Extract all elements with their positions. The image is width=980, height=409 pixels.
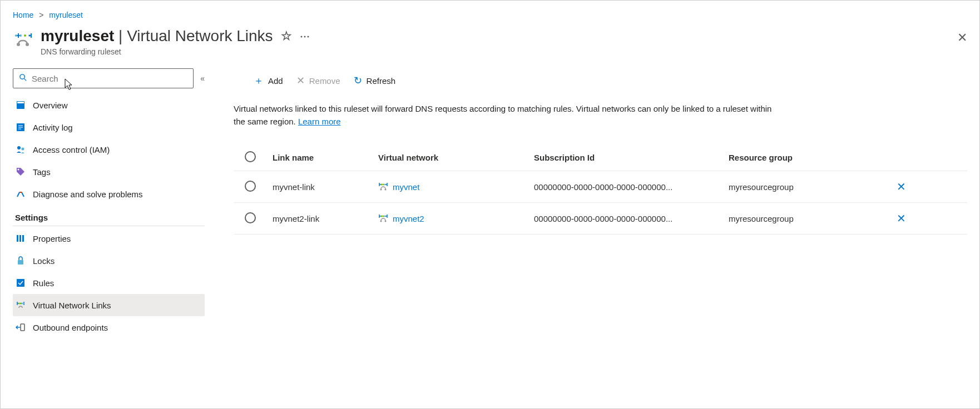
svg-point-26 xyxy=(381,184,383,186)
more-actions-button[interactable]: ⋯ xyxy=(300,30,310,42)
svg-point-1 xyxy=(19,34,22,37)
sidebar-item-tags[interactable]: Tags xyxy=(13,161,205,183)
vnet-name: myvnet xyxy=(393,182,419,192)
sidebar-item-label: Rules xyxy=(33,278,54,288)
page-title: myruleset | Virtual Network Links ☆ ⋯ xyxy=(41,27,967,45)
breadcrumb-resource[interactable]: myruleset xyxy=(49,11,83,19)
properties-icon xyxy=(15,233,26,244)
vnet-links-icon xyxy=(15,300,26,311)
svg-point-14 xyxy=(17,146,21,149)
toolbar-btn-label: Add xyxy=(268,76,283,86)
table-row: myvnet-link myvnet 00000000-0000-0000-00… xyxy=(234,171,967,203)
svg-rect-9 xyxy=(17,102,24,103)
sidebar-item-label: Locks xyxy=(33,256,55,266)
diagnose-icon xyxy=(15,188,26,199)
svg-point-6 xyxy=(20,74,24,79)
vnet-links-table: Link name Virtual network Subscription I… xyxy=(234,144,967,235)
sidebar-item-vnet-links[interactable]: Virtual Network Links xyxy=(13,294,205,316)
remove-button: ✕ Remove xyxy=(296,74,340,87)
svg-rect-17 xyxy=(17,235,18,242)
breadcrumb: Home > myruleset xyxy=(13,11,967,19)
blade-title: Virtual Network Links xyxy=(127,27,273,44)
sidebar-item-outbound-endpoints[interactable]: Outbound endpoints xyxy=(13,316,205,338)
cell-subscription: 00000000-0000-0000-0000-000000... xyxy=(534,214,729,223)
col-header-sub[interactable]: Subscription Id xyxy=(534,153,729,162)
vnet-link[interactable]: myvnet2 xyxy=(378,213,534,223)
sidebar-item-label: Activity log xyxy=(33,123,73,132)
svg-point-5 xyxy=(26,43,29,46)
svg-point-27 xyxy=(383,184,384,186)
toolbar: ＋ Add ✕ Remove ↻ Refresh xyxy=(234,74,967,87)
svg-point-30 xyxy=(385,189,387,191)
sidebar-item-access-control[interactable]: Access control (IAM) xyxy=(13,138,205,161)
refresh-icon: ↻ xyxy=(354,74,362,87)
sidebar-search[interactable] xyxy=(13,68,194,88)
svg-rect-20 xyxy=(18,260,23,265)
delete-row-button[interactable]: ✕ xyxy=(897,181,906,193)
close-button[interactable]: ✕ xyxy=(957,31,967,45)
svg-point-32 xyxy=(383,216,384,217)
col-header-vnet[interactable]: Virtual network xyxy=(378,153,534,162)
sidebar: « Overview Activity log Access control (… xyxy=(13,68,205,338)
svg-point-31 xyxy=(381,216,383,217)
sidebar-item-rules[interactable]: Rules xyxy=(13,272,205,294)
cell-link-name: myvnet2-link xyxy=(273,214,378,223)
refresh-button[interactable]: ↻ Refresh xyxy=(354,74,396,87)
favorite-star-icon[interactable]: ☆ xyxy=(281,29,292,43)
x-icon: ✕ xyxy=(296,74,305,87)
col-header-link[interactable]: Link name xyxy=(273,153,378,162)
breadcrumb-home[interactable]: Home xyxy=(13,11,33,19)
toolbar-btn-label: Refresh xyxy=(367,76,396,86)
resource-type-subtitle: DNS forwarding ruleset xyxy=(41,47,967,56)
search-icon xyxy=(19,73,27,83)
svg-point-33 xyxy=(384,216,386,217)
svg-line-7 xyxy=(24,78,26,81)
toolbar-btn-label: Remove xyxy=(309,76,340,86)
add-button[interactable]: ＋ Add xyxy=(254,74,283,87)
svg-rect-19 xyxy=(22,235,24,242)
sidebar-item-label: Outbound endpoints xyxy=(33,323,108,332)
vnet-name: myvnet2 xyxy=(393,214,424,223)
resource-icon xyxy=(13,27,33,52)
delete-row-button[interactable]: ✕ xyxy=(897,212,906,225)
vnet-link[interactable]: myvnet xyxy=(378,182,534,192)
svg-point-2 xyxy=(24,34,26,37)
rules-icon xyxy=(15,277,26,288)
iam-icon xyxy=(15,144,26,155)
activity-log-icon xyxy=(15,122,26,133)
description-text: Virtual networks linked to this ruleset … xyxy=(234,103,779,128)
svg-point-24 xyxy=(22,303,23,305)
table-header-row: Link name Virtual network Subscription I… xyxy=(234,144,967,171)
sidebar-item-label: Overview xyxy=(33,101,68,110)
plus-icon: ＋ xyxy=(254,74,264,87)
tags-icon xyxy=(15,166,26,177)
svg-point-23 xyxy=(20,303,22,305)
svg-rect-25 xyxy=(21,324,24,331)
vnet-icon xyxy=(378,182,388,192)
outbound-icon xyxy=(15,322,26,333)
col-header-rg[interactable]: Resource group xyxy=(729,153,884,162)
select-all-radio[interactable] xyxy=(245,151,256,162)
svg-point-0 xyxy=(15,34,17,37)
sidebar-item-locks[interactable]: Locks xyxy=(13,250,205,272)
sidebar-item-label: Virtual Network Links xyxy=(33,301,111,310)
learn-more-link[interactable]: Learn more xyxy=(298,117,341,126)
row-select-radio[interactable] xyxy=(245,181,256,192)
resource-name: myruleset xyxy=(41,27,114,44)
sidebar-item-overview[interactable]: Overview xyxy=(13,94,205,116)
svg-point-35 xyxy=(385,221,387,222)
sidebar-item-diagnose[interactable]: Diagnose and solve problems xyxy=(13,183,205,205)
row-select-radio[interactable] xyxy=(245,212,256,223)
sidebar-item-activity-log[interactable]: Activity log xyxy=(13,116,205,138)
breadcrumb-sep: > xyxy=(39,11,43,19)
search-input[interactable] xyxy=(32,74,187,83)
collapse-sidebar-button[interactable]: « xyxy=(200,74,205,83)
svg-point-28 xyxy=(384,184,386,186)
svg-point-15 xyxy=(22,148,24,151)
sidebar-item-label: Tags xyxy=(33,167,51,177)
sidebar-item-label: Properties xyxy=(33,234,71,243)
cell-resource-group: myresourcegroup xyxy=(729,214,884,223)
sidebar-item-properties[interactable]: Properties xyxy=(13,227,205,250)
locks-icon xyxy=(15,255,26,266)
cell-subscription: 00000000-0000-0000-0000-000000... xyxy=(534,182,729,192)
